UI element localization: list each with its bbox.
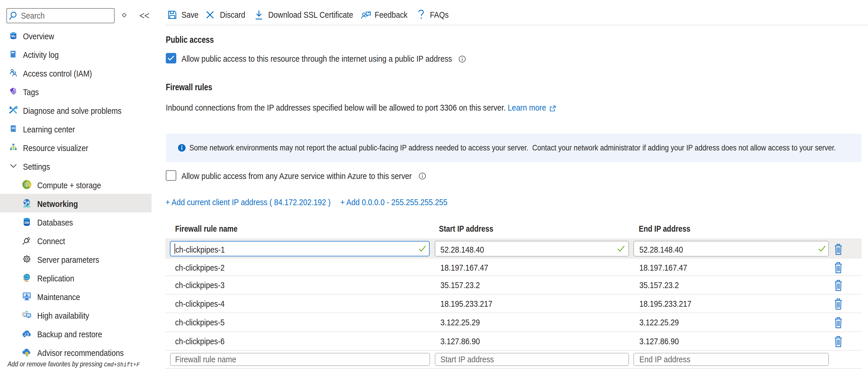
svg-text:My: My — [11, 34, 16, 38]
svg-text:101: 101 — [11, 127, 16, 129]
svg-text:$: $ — [26, 183, 28, 186]
svg-text:DB: DB — [25, 221, 29, 224]
